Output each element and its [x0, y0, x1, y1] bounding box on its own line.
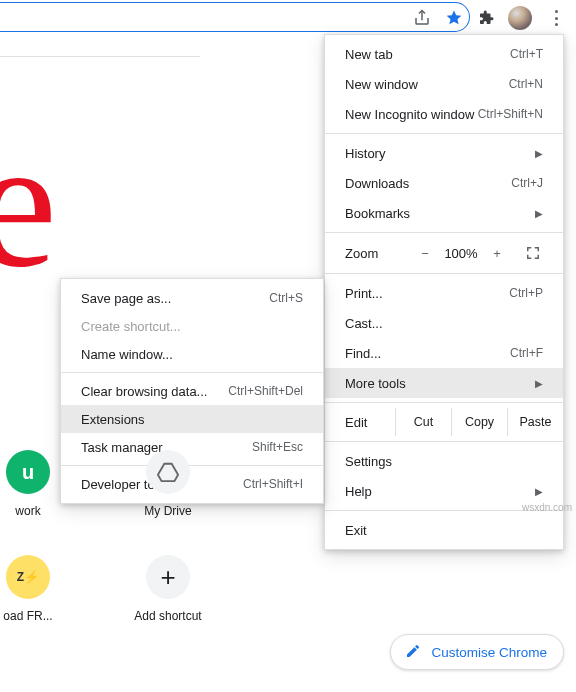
- menu-shortcut: Ctrl+J: [511, 176, 543, 190]
- separator: [325, 133, 563, 134]
- edit-copy-button[interactable]: Copy: [451, 408, 507, 436]
- zoom-label: Zoom: [345, 246, 407, 261]
- extensions-icon[interactable]: [476, 8, 496, 28]
- menu-label: Print...: [345, 286, 383, 301]
- pencil-icon: [405, 643, 421, 662]
- svg-marker-0: [158, 464, 178, 481]
- submenu-arrow-icon: ▶: [535, 208, 543, 219]
- menu-label: New Incognito window: [345, 107, 474, 122]
- menu-label: Save page as...: [81, 291, 171, 306]
- menu-label: Find...: [345, 346, 381, 361]
- customise-label: Customise Chrome: [431, 645, 547, 660]
- menu-shortcut: Ctrl+P: [509, 286, 543, 300]
- sub-name-window[interactable]: Name window...: [61, 340, 323, 368]
- menu-label: Exit: [345, 523, 367, 538]
- menu-label: Bookmarks: [345, 206, 410, 221]
- menu-label: New window: [345, 77, 418, 92]
- edit-paste-button[interactable]: Paste: [507, 408, 563, 436]
- profile-avatar[interactable]: [508, 6, 532, 30]
- menu-downloads[interactable]: Downloads Ctrl+J: [325, 168, 563, 198]
- edit-cut-button[interactable]: Cut: [395, 408, 451, 436]
- sub-save-page[interactable]: Save page as... Ctrl+S: [61, 284, 323, 312]
- menu-shortcut: Ctrl+N: [509, 77, 543, 91]
- sub-extensions[interactable]: Extensions: [61, 405, 323, 433]
- menu-edit-row: Edit Cut Copy Paste: [325, 407, 563, 437]
- separator: [325, 402, 563, 403]
- menu-shortcut: Ctrl+T: [510, 47, 543, 61]
- menu-more-tools[interactable]: More tools ▶: [325, 368, 563, 398]
- sub-create-shortcut: Create shortcut...: [61, 312, 323, 340]
- shortcut-my-drive[interactable]: My Drive: [128, 450, 208, 518]
- menu-label: Help: [345, 484, 372, 499]
- menu-exit[interactable]: Exit: [325, 515, 563, 545]
- menu-label: Create shortcut...: [81, 319, 181, 334]
- customise-chrome-button[interactable]: Customise Chrome: [390, 634, 564, 670]
- menu-label: Cast...: [345, 316, 383, 331]
- separator: [61, 372, 323, 373]
- menu-label: Clear browsing data...: [81, 384, 207, 399]
- background-logo-e: e: [0, 110, 57, 295]
- sub-clear-data[interactable]: Clear browsing data... Ctrl+Shift+Del: [61, 377, 323, 405]
- browser-toolbar: [0, 0, 576, 36]
- menu-label: New tab: [345, 47, 393, 62]
- shortcut-icon: [146, 450, 190, 494]
- zoom-value: 100%: [443, 239, 479, 267]
- zoom-out-button[interactable]: −: [407, 239, 443, 267]
- menu-shortcut: Ctrl+Shift+Del: [228, 384, 303, 398]
- menu-label: Settings: [345, 454, 392, 469]
- menu-zoom-row: Zoom − 100% +: [325, 237, 563, 269]
- menu-print[interactable]: Print... Ctrl+P: [325, 278, 563, 308]
- edit-label: Edit: [345, 415, 395, 430]
- menu-shortcut: Ctrl+Shift+I: [243, 477, 303, 491]
- menu-bookmarks[interactable]: Bookmarks ▶: [325, 198, 563, 228]
- shortcut-oad-fr[interactable]: Z⚡ oad FR...: [0, 555, 68, 623]
- shortcut-icon: Z⚡: [6, 555, 50, 599]
- menu-new-incognito[interactable]: New Incognito window Ctrl+Shift+N: [325, 99, 563, 129]
- separator: [325, 273, 563, 274]
- menu-cast[interactable]: Cast...: [325, 308, 563, 338]
- main-menu: New tab Ctrl+T New window Ctrl+N New Inc…: [324, 34, 564, 550]
- watermark: wsxdn.com: [522, 502, 572, 513]
- add-icon: +: [146, 555, 190, 599]
- shortcut-label: Add shortcut: [134, 609, 201, 623]
- address-bar-outline[interactable]: [0, 2, 470, 32]
- menu-shortcut: Ctrl+F: [510, 346, 543, 360]
- menu-shortcut: Ctrl+Shift+N: [478, 107, 543, 121]
- menu-find[interactable]: Find... Ctrl+F: [325, 338, 563, 368]
- shortcut-row: u work My Drive: [0, 450, 208, 518]
- submenu-arrow-icon: ▶: [535, 148, 543, 159]
- shortcut-work[interactable]: u work: [0, 450, 68, 518]
- shortcut-label: My Drive: [144, 504, 191, 518]
- menu-shortcut: Ctrl+S: [269, 291, 303, 305]
- shortcut-label: work: [15, 504, 40, 518]
- menu-settings[interactable]: Settings: [325, 446, 563, 476]
- menu-history[interactable]: History ▶: [325, 138, 563, 168]
- shortcut-add[interactable]: + Add shortcut: [128, 555, 208, 623]
- menu-new-window[interactable]: New window Ctrl+N: [325, 69, 563, 99]
- submenu-arrow-icon: ▶: [535, 378, 543, 389]
- shortcut-row: Z⚡ oad FR... + Add shortcut: [0, 555, 208, 623]
- submenu-arrow-icon: ▶: [535, 486, 543, 497]
- menu-label: Downloads: [345, 176, 409, 191]
- shortcut-label: oad FR...: [3, 609, 52, 623]
- separator: [325, 441, 563, 442]
- menu-label: More tools: [345, 376, 406, 391]
- separator: [325, 232, 563, 233]
- divider: [0, 56, 200, 57]
- menu-label: Name window...: [81, 347, 173, 362]
- fullscreen-button[interactable]: [515, 239, 551, 267]
- menu-label: History: [345, 146, 385, 161]
- zoom-in-button[interactable]: +: [479, 239, 515, 267]
- menu-label: Extensions: [81, 412, 145, 427]
- menu-shortcut: Shift+Esc: [252, 440, 303, 454]
- menu-new-tab[interactable]: New tab Ctrl+T: [325, 39, 563, 69]
- kebab-menu-button[interactable]: [544, 3, 570, 33]
- shortcut-icon: u: [6, 450, 50, 494]
